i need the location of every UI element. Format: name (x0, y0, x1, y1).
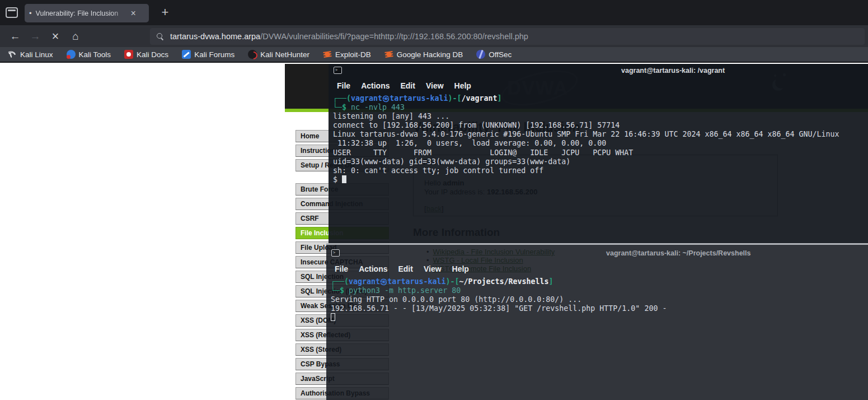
terminal-output-area[interactable]: ┌──(vagrant㉿tartarus-kali)-[/vagrant] └─… (329, 93, 868, 184)
terminal-title-bar[interactable]: > vagrant@tartarus-kali: ~/Projects/Revs… (326, 245, 868, 262)
desktop: • Vulnerability: File Inclusion × + ← → … (0, 0, 868, 400)
bookmark-label: Kali Tools (79, 50, 111, 59)
terminal-menu-bar: File Actions Edit View Help (326, 262, 868, 276)
terminal-title: vagrant@tartarus-kali: ~/Projects/Revshe… (606, 249, 750, 257)
tab-favicon-dot: • (29, 9, 32, 17)
search-icon (157, 33, 163, 40)
new-tab-button[interactable]: + (157, 4, 173, 21)
output-line: listening on [any] 443 ... (333, 112, 868, 121)
url-path: /DVWA/vulnerabilities/fi/?page=hthttp://… (260, 32, 528, 41)
bookmark-offsec[interactable]: OffSec (476, 50, 512, 59)
url-text: tartarus-dvwa.home.arpa/DVWA/vulnerabili… (170, 32, 528, 41)
navigation-toolbar: ← → × ⌂ tartarus-dvwa.home.arpa/DVWA/vul… (0, 25, 868, 47)
output-line: Serving HTTP on 0.0.0.0 port 80 (http://… (331, 295, 868, 304)
terminal-output-area[interactable]: ┌──(vagrant㉿tartarus-kali)-[~/Projects/R… (326, 276, 868, 322)
stop-button[interactable]: × (48, 29, 63, 44)
bookmark-kali-docs[interactable]: Kali Docs (124, 50, 168, 59)
bookmark-label: Kali Linux (20, 50, 53, 59)
bookmark-label: Kali NetHunter (260, 50, 309, 59)
bookmark-kali-tools[interactable]: Kali Tools (67, 50, 111, 59)
bookmark-kali-nethunter[interactable]: Kali NetHunter (248, 50, 309, 59)
command-line: └─$ nc -nvlp 443 (333, 103, 868, 112)
firefox-view-icon[interactable] (6, 7, 18, 18)
bug-icon (323, 50, 332, 59)
bookmark-kali-forums[interactable]: Kali Forums (182, 50, 234, 59)
kali-dragon-icon (8, 50, 17, 59)
tab-bar: • Vulnerability: File Inclusion × + (0, 0, 868, 25)
terminal-window-httpserver[interactable]: > vagrant@tartarus-kali: ~/Projects/Revs… (326, 243, 868, 400)
menu-help[interactable]: Help (454, 81, 471, 90)
bug-icon (384, 50, 393, 59)
menu-actions[interactable]: Actions (359, 264, 387, 273)
prompt-line: ┌──(vagrant㉿tartarus-kali)-[/vagrant] (333, 94, 868, 103)
forward-button[interactable]: → (28, 29, 43, 44)
menu-edit[interactable]: Edit (398, 264, 412, 273)
menu-view[interactable]: View (424, 264, 442, 273)
terminal-title: vagrant@tartarus-kali: /vagrant (621, 67, 725, 75)
back-button[interactable]: ← (8, 29, 22, 44)
terminal-window-icon: > (334, 67, 342, 74)
terminal-title-bar[interactable]: > vagrant@tartarus-kali: /vagrant (329, 64, 868, 78)
tab-title: Vulnerability: File Inclusion (36, 10, 130, 17)
menu-file[interactable]: File (337, 81, 350, 90)
kali-docs-icon (124, 50, 133, 59)
menu-file[interactable]: File (335, 264, 348, 273)
url-host: tartarus-dvwa.home.arpa (170, 32, 260, 41)
menu-edit[interactable]: Edit (400, 81, 415, 90)
kali-nethunter-icon (248, 50, 257, 59)
home-button[interactable]: ⌂ (68, 29, 83, 44)
text-cursor-inactive (331, 313, 335, 321)
bookmark-label: OffSec (489, 50, 512, 59)
menu-view[interactable]: View (426, 81, 444, 90)
output-line: 192.168.56.71 - - [13/May/2025 05:32:38]… (331, 304, 868, 313)
browser-tab[interactable]: • Vulnerability: File Inclusion × (25, 4, 149, 22)
cursor-line (331, 313, 868, 322)
bookmark-label: Google Hacking DB (397, 50, 463, 59)
output-line: Linux tartarus-dvwa 5.4.0-176-generic #1… (333, 130, 868, 139)
output-line: sh: 0: can't access tty; job control tur… (333, 166, 868, 175)
prompt-line: ┌──(vagrant㉿tartarus-kali)-[~/Projects/R… (331, 277, 868, 286)
menu-help[interactable]: Help (452, 264, 469, 273)
url-bar[interactable]: tartarus-dvwa.home.arpa/DVWA/vulnerabili… (150, 28, 865, 45)
output-line: uid=33(www-data) gid=33(www-data) groups… (333, 157, 868, 166)
terminal-window-netcat[interactable]: > vagrant@tartarus-kali: /vagrant File A… (329, 64, 868, 243)
kali-tools-icon (67, 50, 76, 59)
bookmark-label: Kali Forums (194, 50, 234, 59)
output-line: 11:32:38 up 1:26, 0 users, load average:… (333, 139, 868, 148)
text-cursor (342, 175, 346, 183)
tab-close-icon[interactable]: × (131, 8, 136, 18)
menu-actions[interactable]: Actions (361, 81, 390, 90)
shell-prompt-line: $ (333, 175, 868, 184)
bookmark-kali-linux[interactable]: Kali Linux (8, 50, 53, 59)
terminal-window-icon: > (331, 249, 340, 257)
output-line: USER TTY FROM LOGIN@ IDLE JCPU PCPU WHAT (333, 148, 868, 157)
bookmark-label: Kali Docs (137, 50, 168, 59)
command-line: └─$ python3 -m http.server 80 (331, 286, 868, 295)
output-line: connect to [192.168.56.200] from (UNKNOW… (333, 121, 868, 130)
bookmark-label: Exploit-DB (335, 50, 371, 59)
bookmarks-toolbar: Kali Linux Kali Tools Kali Docs Kali For… (0, 47, 868, 63)
bookmark-google-hacking-db[interactable]: Google Hacking DB (384, 50, 463, 59)
terminal-menu-bar: File Actions Edit View Help (329, 78, 868, 93)
offsec-icon (476, 50, 485, 59)
kali-forums-icon (182, 50, 191, 59)
bookmark-exploit-db[interactable]: Exploit-DB (323, 50, 371, 59)
